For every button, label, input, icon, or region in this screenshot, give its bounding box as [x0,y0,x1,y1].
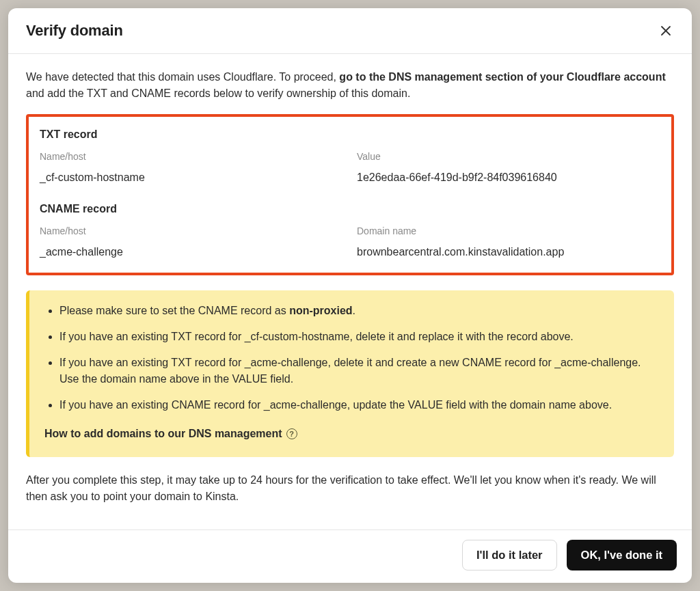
close-icon [660,28,671,38]
cname-record-heading: CNAME record [40,201,660,217]
modal-footer: I'll do it later OK, I've done it [8,530,692,583]
intro-prefix: We have detected that this domain uses C… [26,71,339,83]
after-text: After you complete this step, it may tak… [26,472,674,505]
txt-value-label: Value [357,150,660,164]
modal-title: Verify domain [26,22,123,40]
intro-bold: go to the DNS management section of your… [339,71,665,83]
help-link-text: How to add domains to our DNS management [44,426,282,442]
help-link[interactable]: How to add domains to our DNS management… [44,426,297,442]
modal-header: Verify domain [8,8,692,54]
cname-domain-label: Domain name [357,224,660,238]
question-circle-icon: ? [286,428,297,439]
intro-suffix: and add the TXT and CNAME records below … [26,87,410,99]
txt-record-section: TXT record Name/host _cf-custom-hostname… [40,126,660,186]
instructions-note: Please make sure to set the CNAME record… [26,290,674,457]
txt-record-heading: TXT record [40,126,660,143]
note1-suffix: . [353,305,355,316]
dns-records-box: TXT record Name/host _cf-custom-hostname… [26,114,674,275]
cname-record-section: CNAME record Name/host _acme-challenge D… [40,201,660,260]
cname-name-label: Name/host [40,224,343,238]
verify-domain-modal: Verify domain We have detected that this… [8,8,692,583]
list-item: Please make sure to set the CNAME record… [59,303,659,319]
list-item: If you have an existing TXT record for _… [59,355,659,387]
txt-value-value: 1e26edaa-66ef-419d-b9f2-84f039616840 [357,169,660,186]
close-button[interactable] [658,23,674,39]
done-button[interactable]: OK, I've done it [567,540,677,571]
txt-name-value: _cf-custom-hostname [40,169,343,186]
instructions-list: Please make sure to set the CNAME record… [44,303,659,413]
cname-domain-value: brownbearcentral.com.kinstavalidation.ap… [357,244,660,260]
list-item: If you have an existing CNAME record for… [59,397,659,413]
list-item: If you have an existing TXT record for _… [59,329,659,345]
modal-body: We have detected that this domain uses C… [8,54,692,530]
txt-name-label: Name/host [40,150,343,164]
do-later-button[interactable]: I'll do it later [462,540,557,571]
note1-bold: non-proxied [289,305,352,316]
note1-prefix: Please make sure to set the CNAME record… [59,305,289,316]
intro-text: We have detected that this domain uses C… [26,69,674,102]
cname-name-value: _acme-challenge [40,244,343,260]
